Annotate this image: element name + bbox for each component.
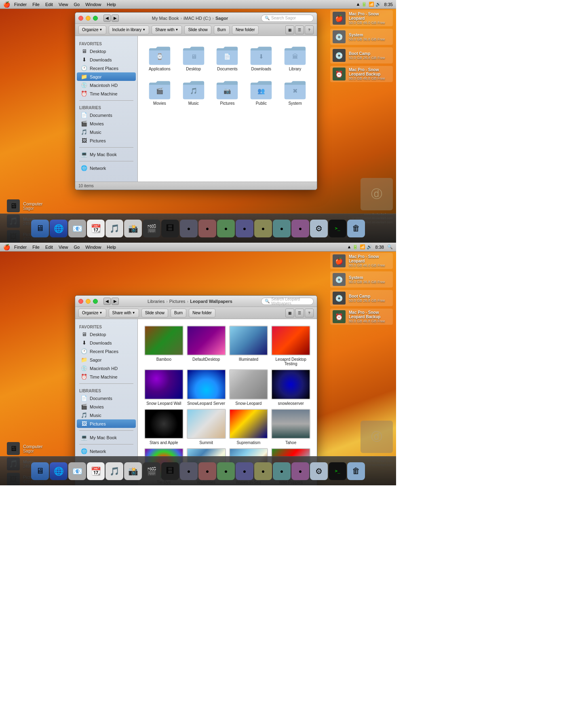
menu-help-bottom[interactable]: Help [107, 245, 116, 250]
share-with-button[interactable]: Share with ▼ [152, 25, 182, 34]
dock-safari-bottom[interactable]: 🌐 [50, 462, 67, 480]
drive-macpro-backup-bottom[interactable]: ⏰ Mac Pro - Snow Leopard Backup 80.0 GB … [330, 309, 393, 325]
menu-file[interactable]: File [32, 2, 40, 7]
menu-go-bottom[interactable]: Go [74, 245, 80, 250]
dock-calendar-bottom[interactable]: 📆 [87, 462, 105, 480]
search-box[interactable]: 🔍 Search Sagor [261, 15, 314, 22]
folder-downloads[interactable]: ⬇ Downloads [246, 42, 276, 74]
drive-macpro-backup[interactable]: ⏰ Mac Pro - Snow Leopard Backup 80.0 GB … [330, 66, 393, 82]
dock-terminal[interactable]: >_ [329, 220, 346, 237]
sidebar-item-music[interactable]: 🎵 Music [77, 128, 136, 136]
sidebar-item-music-bottom[interactable]: 🎵 Music [77, 411, 136, 419]
view-icon-button[interactable]: ▦ [285, 25, 294, 34]
dock-app3[interactable]: ● [217, 220, 235, 237]
sidebar-item-sagor[interactable]: 📁 Sagor [77, 72, 136, 81]
nav-forward-button[interactable]: ▶ [112, 15, 119, 22]
folder-applications[interactable]: ⌚ Applications [144, 42, 175, 74]
breadcrumb-2[interactable]: iMAC HD (C:) [183, 16, 211, 21]
sidebar-item-movies-bottom[interactable]: 🎬 Movies [77, 402, 136, 411]
burn-button-bottom[interactable]: Burn [171, 309, 186, 317]
apple-menu-icon[interactable]: 🍎 [3, 1, 10, 8]
sidebar-item-macintosh-bottom[interactable]: 💿 Macintosh HD [77, 364, 136, 372]
window-minimize-button[interactable] [86, 16, 91, 21]
dock-clapper[interactable]: 🎞 [161, 220, 179, 237]
sidebar-item-pictures[interactable]: 🖼 Pictures [77, 136, 136, 145]
folder-public[interactable]: 👥 Public [246, 77, 276, 108]
menu-finder-bottom[interactable]: Finder [14, 245, 27, 250]
dock-finder[interactable]: 🖥 [31, 220, 49, 237]
drive-system[interactable]: 💿 System 50.0 GB 36.8 GB Free [330, 29, 393, 45]
image-illuminated[interactable]: Illuminated [229, 326, 268, 366]
folder-movies[interactable]: 🎬 Movies [144, 77, 175, 108]
new-folder-button[interactable]: New folder [232, 25, 259, 34]
menu-view-bottom[interactable]: View [59, 245, 68, 250]
folder-desktop[interactable]: 🖥 Desktop [178, 42, 209, 74]
drive-macpro-snow-bottom[interactable]: 🍎 Mac Pro - Snow Leopard 80.0 GB 46.0 GB… [330, 253, 393, 269]
folder-library[interactable]: 🏛 Library [280, 42, 310, 74]
sidebar-item-timemachine-bottom[interactable]: ⏰ Time Machine [77, 372, 136, 381]
folder-pictures[interactable]: 📷 Pictures [212, 77, 243, 108]
dock-app4[interactable]: ● [236, 220, 253, 237]
dock-iphoto[interactable]: 📸 [124, 220, 142, 237]
dock-app2-bottom[interactable]: ● [198, 462, 216, 480]
image-snow-leopard[interactable]: Snow-Leopard [229, 369, 268, 405]
organize-button-bottom[interactable]: Organize ▼ [78, 309, 106, 317]
image-snowleoserver[interactable]: snowleoserver [271, 369, 310, 405]
include-in-library-button[interactable]: Include in library ▼ [109, 25, 150, 34]
menu-help[interactable]: Help [107, 2, 116, 7]
breadcrumb-1[interactable]: My Mac Book [152, 16, 179, 21]
sidebar-item-mymacbook-bottom[interactable]: 💻 My Mac Book [77, 433, 136, 442]
desktop-icon-computer-bottom[interactable]: 🖥 Computer Sagor [6, 441, 44, 456]
slideshow-button-bottom[interactable]: Slide show [141, 309, 168, 317]
sidebar-item-downloads-bottom[interactable]: ⬇ Downloads [77, 339, 136, 347]
sidebar-item-desktop[interactable]: 🖥 Desktop [77, 47, 136, 55]
sidebar-item-network[interactable]: 🌐 Network [77, 164, 136, 172]
view-help-button-bottom[interactable]: ? [305, 309, 314, 317]
image-tahoe[interactable]: Tahoe [271, 409, 310, 445]
sidebar-item-sagor-bottom[interactable]: 📁 Sagor [77, 356, 136, 364]
breadcrumb-bottom-3[interactable]: Leopard Wallpapers [190, 299, 232, 304]
desktop-icon-computer[interactable]: 🖥 Computer Sagor [6, 198, 44, 214]
nav-back-button-bottom[interactable]: ◀ [103, 298, 111, 305]
dock-app4-bottom[interactable]: ● [236, 462, 253, 480]
window-close-button-bottom[interactable] [78, 299, 83, 304]
dock-clapper-bottom[interactable]: 🎞 [161, 462, 179, 480]
dock-app7[interactable]: ● [291, 220, 309, 237]
dock-app3-bottom[interactable]: ● [217, 462, 235, 480]
image-stars-apple[interactable]: Stars and Apple [144, 409, 183, 445]
dock-trash-bottom[interactable]: 🗑 [347, 462, 365, 480]
organize-button[interactable]: Organize ▼ [78, 25, 106, 34]
sidebar-item-pictures-bottom[interactable]: 🖼 Pictures [77, 419, 136, 428]
folder-system[interactable]: ✖ System [280, 77, 310, 108]
search-menubar-icon[interactable]: 🔍 [387, 244, 393, 250]
drive-bootcamp[interactable]: 💿 Boot Camp 50.0 GB 26.8 GB Free [330, 47, 393, 63]
dock-trash[interactable]: 🗑 [347, 220, 365, 237]
window-maximize-button[interactable] [93, 16, 98, 21]
breadcrumb-bottom-1[interactable]: Libraries [148, 299, 164, 304]
dock-app6[interactable]: ● [273, 220, 291, 237]
new-folder-button-bottom[interactable]: New folder [189, 309, 215, 317]
image-suprematism[interactable]: Suprematism [229, 409, 268, 445]
dock-dvdplayer-bottom[interactable]: 🎬 [143, 462, 160, 480]
dock-app2[interactable]: ● [198, 220, 216, 237]
image-snowleopard-server[interactable]: SnowLeopard Server [187, 369, 226, 405]
view-help-button[interactable]: ? [305, 25, 314, 34]
dock-mail-bottom[interactable]: 📧 [68, 462, 86, 480]
folder-music[interactable]: 🎵 Music [178, 77, 209, 108]
dock-itunes-bottom[interactable]: 🎵 [105, 462, 123, 480]
menu-finder[interactable]: Finder [14, 2, 27, 7]
menu-window[interactable]: Window [85, 2, 101, 7]
window-maximize-button-bottom[interactable] [93, 299, 98, 304]
slideshow-button[interactable]: Slide show [184, 25, 211, 34]
window-close-button[interactable] [78, 16, 83, 21]
image-snowwall[interactable]: Snow Leopard Wall [144, 369, 183, 405]
dock-app5-bottom[interactable]: ● [254, 462, 272, 480]
folder-documents[interactable]: 📄 Documents [212, 42, 243, 74]
sidebar-item-documents[interactable]: 📄 Documents [77, 111, 136, 119]
dock-app1-bottom[interactable]: ● [180, 462, 198, 480]
dock-systemprefs[interactable]: ⚙ [310, 220, 328, 237]
dock-calendar[interactable]: 📆 [87, 220, 105, 237]
image-leopard-testing[interactable]: Leoaprd Desktop Testing [271, 326, 310, 366]
drive-system-bottom[interactable]: 💿 System 80.0 GB 36.8 GB Free [330, 271, 393, 288]
sidebar-item-movies[interactable]: 🎬 Movies [77, 119, 136, 128]
